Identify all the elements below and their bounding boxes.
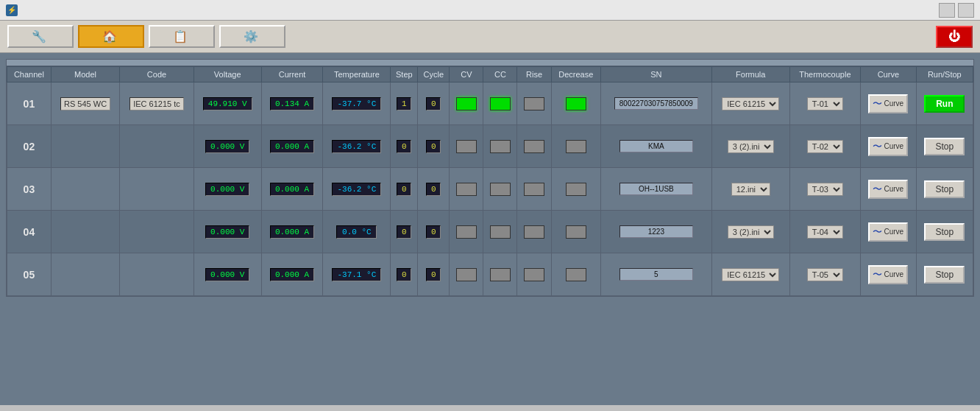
thermocouple-select-05[interactable]: T-05: [807, 268, 843, 281]
cell-cv-02: [450, 125, 483, 168]
cell-model-02: [51, 125, 120, 168]
stop-button-03[interactable]: Stop: [924, 180, 965, 198]
waveform-icon: 〜: [873, 97, 882, 110]
waveform-icon: 〜: [873, 268, 882, 281]
cell-model-01: RS 545 WC: [51, 82, 120, 125]
cell-rise-02: [517, 125, 551, 168]
thermocouple-select-02[interactable]: T-02: [807, 140, 843, 153]
cell-cv-03: [450, 168, 483, 211]
title-bar-left: ⚡: [6, 4, 22, 16]
calibration-button[interactable]: ⚙️: [219, 25, 285, 48]
cell-channel-02: 02: [7, 125, 52, 168]
cell-model-05: [51, 253, 120, 296]
main-button[interactable]: 🏠: [78, 25, 144, 48]
cell-step-01: 1: [391, 82, 418, 125]
cell-current-01: 0.134 A: [261, 82, 323, 125]
cell-decrease-03: [551, 168, 600, 211]
cell-cycle-02: 0: [418, 125, 450, 168]
cell-runstop-01: Run: [916, 82, 973, 125]
cell-formula-04: 3 (2).ini: [711, 211, 789, 253]
stop-button-04[interactable]: Stop: [924, 223, 965, 241]
setting-icon: 🔧: [32, 29, 46, 43]
cell-runstop-03: Stop: [916, 168, 973, 211]
cell-cycle-03: 0: [418, 168, 450, 211]
cell-temperature-03: -36.2 °C: [323, 168, 391, 211]
cell-temperature-04: 0.0 °C: [323, 211, 391, 253]
col-formula: Formula: [711, 67, 789, 82]
cell-thermocouple-02: T-02: [789, 125, 860, 168]
cell-rise-03: [517, 168, 551, 211]
cell-runstop-04: Stop: [916, 211, 973, 253]
thermocouple-select-04[interactable]: T-04: [807, 225, 843, 239]
cell-decrease-05: [551, 253, 600, 296]
cell-thermocouple-01: T-01: [789, 82, 860, 125]
cell-curve-05: 〜 Curve: [861, 253, 917, 296]
minimize-button[interactable]: [939, 3, 955, 18]
setting-button[interactable]: 🔧: [7, 25, 74, 48]
cell-cv-04: [450, 211, 483, 253]
cell-current-05: 0.000 A: [261, 253, 323, 296]
cell-cycle-01: 0: [418, 82, 450, 125]
table-row: 01RS 545 WCIEC 61215 tc49.910 V0.134 A-3…: [7, 82, 973, 125]
cell-model-03: [51, 168, 120, 211]
formula-select-05[interactable]: IEC 61215: [722, 268, 779, 281]
col-code: Code: [120, 67, 193, 82]
stop-button-05[interactable]: Stop: [924, 266, 965, 284]
curve-button-03[interactable]: 〜 Curve: [868, 180, 908, 199]
cell-step-05: 0: [391, 253, 418, 296]
clipboard-icon: 📋: [173, 29, 188, 43]
formula-select-02[interactable]: 3 (2).ini: [728, 140, 774, 153]
cell-cv-05: [450, 253, 483, 296]
formula-select-03[interactable]: 12.ini: [731, 183, 770, 196]
cell-temperature-05: -37.1 °C: [323, 253, 391, 296]
cell-temperature-01: -37.7 °C: [323, 82, 391, 125]
curve-button-04[interactable]: 〜 Curve: [868, 222, 908, 242]
cell-current-03: 0.000 A: [261, 168, 323, 211]
cell-current-02: 0.000 A: [261, 125, 323, 168]
cell-channel-03: 03: [7, 168, 52, 211]
formula-select-04[interactable]: 3 (2).ini: [728, 225, 774, 239]
curve-button-01[interactable]: 〜 Curve: [868, 94, 908, 113]
dataview-button[interactable]: 📋: [149, 25, 215, 48]
col-channel: Channel: [7, 67, 52, 82]
cell-sn-04: 1223: [600, 211, 711, 253]
cell-cycle-05: 0: [418, 253, 450, 296]
thermocouple-select-01[interactable]: T-01: [807, 97, 843, 110]
run-button-01[interactable]: Run: [924, 95, 965, 113]
title-bar: ⚡: [0, 0, 980, 21]
cell-code-02: [120, 125, 193, 168]
formula-select-01[interactable]: IEC 61215: [722, 97, 779, 110]
cell-rise-05: [517, 253, 551, 296]
cell-current-04: 0.000 A: [261, 211, 323, 253]
cell-cc-04: [483, 211, 517, 253]
cell-code-01: IEC 61215 tc: [120, 82, 193, 125]
toolbar: 🔧 🏠 📋 ⚙️ ⏻: [0, 21, 980, 53]
cell-sn-02: KMA: [600, 125, 711, 168]
cell-code-03: [120, 168, 193, 211]
col-cc: CC: [483, 67, 517, 82]
col-voltage: Voltage: [193, 67, 261, 82]
col-sn: SN: [600, 67, 711, 82]
curve-label: Curve: [884, 228, 903, 236]
cell-voltage-05: 0.000 V: [193, 253, 261, 296]
cell-model-04: [51, 211, 120, 253]
cell-rise-01: [517, 82, 551, 125]
curve-button-02[interactable]: 〜 Curve: [868, 137, 908, 156]
quit-button[interactable]: ⏻: [936, 26, 973, 48]
cell-curve-03: 〜 Curve: [861, 168, 917, 211]
cell-channel-05: 05: [7, 253, 52, 296]
maximize-button[interactable]: [958, 3, 974, 18]
table-row: 050.000 V0.000 A-37.1 °C005 IEC 61215 T-…: [7, 253, 973, 296]
cell-sn-05: 5: [600, 253, 711, 296]
panel-header: [7, 60, 973, 66]
cell-voltage-01: 49.910 V: [193, 82, 261, 125]
cell-curve-01: 〜 Curve: [861, 82, 917, 125]
thermocouple-select-03[interactable]: T-03: [807, 183, 843, 196]
cell-thermocouple-04: T-04: [789, 211, 860, 253]
cell-code-05: [120, 253, 193, 296]
data-table: Channel Model Code Voltage Current Tempe…: [7, 66, 973, 296]
curve-button-05[interactable]: 〜 Curve: [868, 265, 908, 284]
cell-cv-01: [450, 82, 483, 125]
stop-button-02[interactable]: Stop: [924, 138, 965, 155]
table-header-row: Channel Model Code Voltage Current Tempe…: [7, 67, 973, 82]
